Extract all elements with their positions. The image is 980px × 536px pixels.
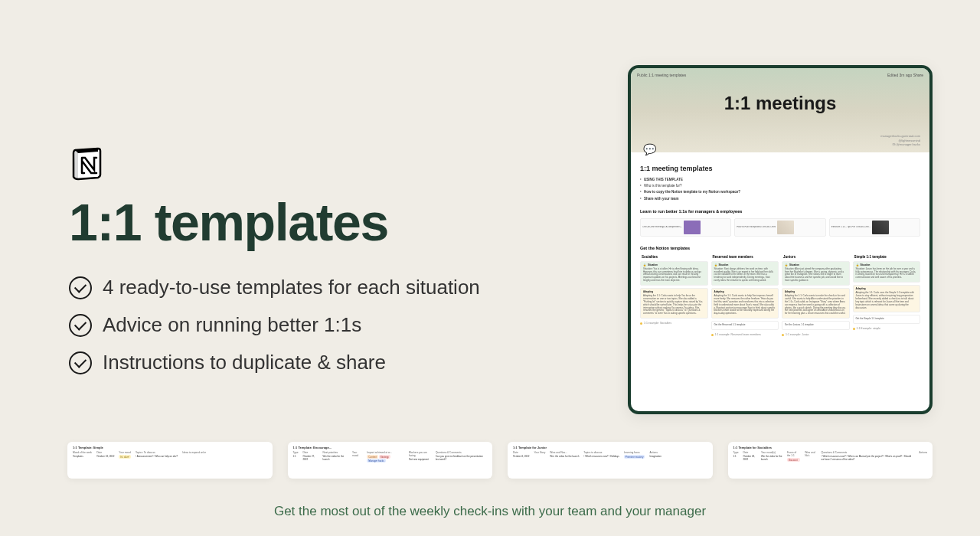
chat-icon: 💬	[643, 143, 656, 155]
bullets: ▸USING THIS TEMPLATE ▸Who is this templa…	[640, 177, 920, 201]
section-title: 1:1 meeting templates	[640, 152, 920, 172]
check-icon	[69, 314, 92, 337]
thumbnail-row: 1:1 Template: Simple Mood of the weekTem…	[67, 442, 933, 479]
thumbnail-card[interactable]: 1:1 Template: Encourage... Type1:1 DateO…	[288, 442, 493, 479]
toolbar: Edited 3m ago Share	[887, 73, 923, 77]
thumbnail-card[interactable]: 1:1 Template: Simple Mood of the weekTem…	[67, 442, 273, 479]
footer-tagline: Get the most out of the weekly check-ins…	[0, 504, 980, 519]
feature-text: Advice on running better 1:1s	[103, 313, 361, 337]
preview-title: 1:1 meetings	[631, 93, 929, 114]
byline: managerhacks.gumroad.com @lightnessmind …	[880, 134, 920, 147]
page-title: 1:1 templates	[69, 196, 559, 248]
get-title: Get the Notion templates	[640, 246, 920, 250]
feature-text: Instructions to duplicate & share	[103, 351, 386, 374]
feature-item: Advice on running better 1:1s	[69, 313, 559, 337]
feature-item: Instructions to duplicate & share	[69, 351, 559, 374]
thumbnail-card[interactable]: 1:1 Template for Socialites Type1:1 Date…	[728, 442, 933, 479]
templates-grid: Socialites 🔒SituationSituation: Yas is a…	[640, 255, 920, 336]
learn-title: Learn to run better 1:1s for managers & …	[640, 209, 920, 214]
check-icon	[69, 351, 92, 374]
thumbnail-card[interactable]: 1:1 Template for Junior DateOctober 6, 2…	[508, 442, 713, 479]
check-icon	[69, 276, 92, 299]
learn-cards: One-on-one meetings: A comprehens... How…	[640, 218, 920, 237]
notion-logo	[69, 145, 106, 182]
feature-list: 4 ready-to-use templates for each situat…	[69, 276, 559, 374]
template-preview: Public 1:1 meeting templates Edited 3m a…	[628, 65, 933, 414]
feature-item: 4 ready-to-use templates for each situat…	[69, 276, 559, 299]
breadcrumb: Public 1:1 meeting templates	[637, 73, 686, 77]
feature-text: 4 ready-to-use templates for each situat…	[103, 276, 480, 299]
